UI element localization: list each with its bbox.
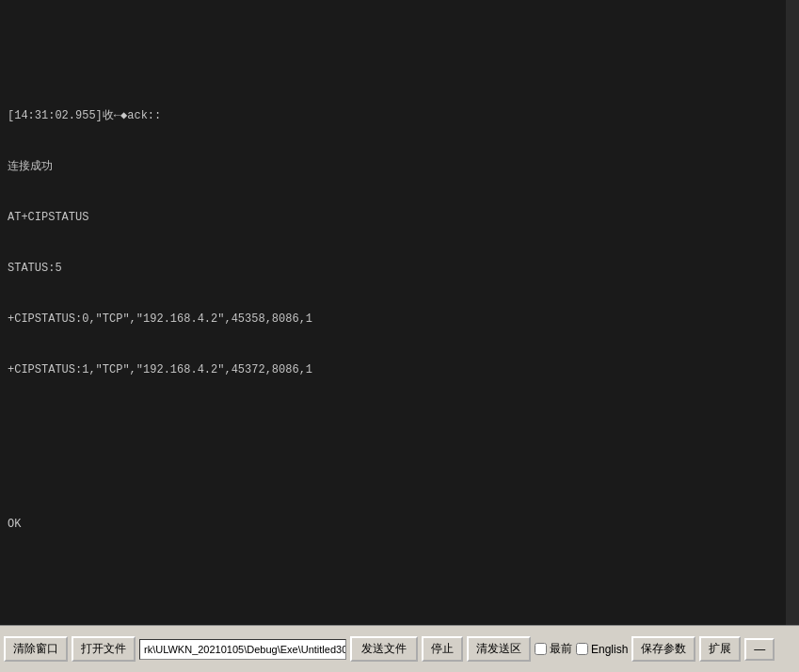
log-line: 连接成功 — [8, 158, 791, 175]
log-line: AT+CIPSTATUS — [8, 209, 791, 226]
log-content: [14:31:02.955]收←◆ack:: 连接成功 AT+CIPSTATUS… — [0, 4, 799, 625]
dash-button[interactable]: — — [744, 638, 775, 661]
log-line: [14:31:02.955]收←◆ack:: — [8, 107, 791, 124]
checkbox-english-label: English — [591, 643, 628, 656]
send-file-button[interactable]: 发送文件 — [350, 636, 418, 662]
open-file-button[interactable]: 打开文件 — [72, 636, 136, 662]
checkbox-last-group: 最前 — [535, 641, 572, 657]
checkbox-english-group: English — [576, 643, 628, 656]
checkbox-last[interactable] — [535, 643, 547, 655]
log-line: STATUS:5 — [8, 260, 791, 277]
log-line: +CIPSTATUS:0,"TCP","192.168.4.2",45358,8… — [8, 311, 791, 328]
log-block-1: [14:31:02.955]收←◆ack:: 连接成功 AT+CIPSTATUS… — [8, 73, 791, 412]
stop-button[interactable]: 停止 — [422, 636, 463, 662]
save-param-button[interactable]: 保存参数 — [631, 636, 695, 662]
checkbox-last-label: 最前 — [550, 641, 572, 657]
scrollbar[interactable] — [786, 0, 799, 625]
log-block-ok1: OK — [8, 482, 791, 567]
expand-button[interactable]: 扩展 — [699, 636, 741, 662]
toolbar: 清除窗口 打开文件 rk\ULWKN_20210105\Debug\Exe\Un… — [0, 625, 799, 672]
log-area[interactable]: [14:31:02.955]收←◆ack:: 连接成功 AT+CIPSTATUS… — [0, 0, 799, 625]
checkbox-english[interactable] — [576, 643, 588, 655]
main-container: [14:31:02.955]收←◆ack:: 连接成功 AT+CIPSTATUS… — [0, 0, 799, 672]
clear-window-button[interactable]: 清除窗口 — [4, 636, 68, 662]
send-area-button[interactable]: 清发送区 — [467, 636, 531, 662]
log-line: +CIPSTATUS:1,"TCP","192.168.4.2",45372,8… — [8, 361, 791, 378]
log-line: OK — [8, 516, 791, 533]
file-path-label: rk\ULWKN_20210105\Debug\Exe\Untitled30.b… — [139, 639, 346, 660]
